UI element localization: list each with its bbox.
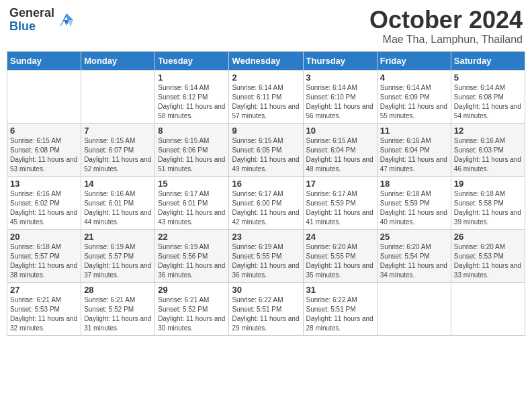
day-number: 5 (454, 73, 522, 83)
day-of-week-friday: Friday (377, 51, 451, 70)
day-number: 20 (10, 232, 78, 242)
day-info: Sunrise: 6:19 AM Sunset: 5:57 PM Dayligh… (84, 242, 152, 280)
day-info: Sunrise: 6:15 AM Sunset: 6:05 PM Dayligh… (232, 136, 300, 174)
day-of-week-tuesday: Tuesday (155, 51, 229, 70)
day-number: 9 (232, 126, 300, 136)
day-number: 21 (84, 232, 152, 242)
calendar-cell: 14Sunrise: 6:16 AM Sunset: 6:01 PM Dayli… (81, 176, 155, 229)
day-number: 19 (454, 179, 522, 189)
day-info: Sunrise: 6:16 AM Sunset: 6:01 PM Dayligh… (84, 189, 152, 227)
day-number: 12 (454, 126, 522, 136)
calendar-cell: 31Sunrise: 6:22 AM Sunset: 5:51 PM Dayli… (303, 282, 377, 335)
calendar-cell (7, 70, 81, 123)
day-number: 16 (232, 179, 300, 189)
day-number: 15 (158, 179, 226, 189)
calendar-cell: 24Sunrise: 6:20 AM Sunset: 5:55 PM Dayli… (303, 229, 377, 282)
calendar-cell: 30Sunrise: 6:22 AM Sunset: 5:51 PM Dayli… (229, 282, 303, 335)
day-info: Sunrise: 6:14 AM Sunset: 6:08 PM Dayligh… (454, 83, 522, 121)
month-title: October 2024 (369, 7, 523, 34)
day-info: Sunrise: 6:19 AM Sunset: 5:56 PM Dayligh… (158, 242, 226, 280)
day-info: Sunrise: 6:22 AM Sunset: 5:51 PM Dayligh… (306, 295, 374, 333)
calendar-cell: 1Sunrise: 6:14 AM Sunset: 6:12 PM Daylig… (155, 70, 229, 123)
day-info: Sunrise: 6:15 AM Sunset: 6:06 PM Dayligh… (158, 136, 226, 174)
day-info: Sunrise: 6:21 AM Sunset: 5:53 PM Dayligh… (10, 295, 78, 333)
calendar-cell: 26Sunrise: 6:20 AM Sunset: 5:53 PM Dayli… (451, 229, 525, 282)
day-number: 3 (306, 73, 374, 83)
calendar-week-3: 13Sunrise: 6:16 AM Sunset: 6:02 PM Dayli… (7, 176, 525, 229)
day-number: 4 (380, 73, 448, 83)
calendar-cell: 20Sunrise: 6:18 AM Sunset: 5:57 PM Dayli… (7, 229, 81, 282)
calendar-cell: 8Sunrise: 6:15 AM Sunset: 6:06 PM Daylig… (155, 123, 229, 176)
calendar-cell: 5Sunrise: 6:14 AM Sunset: 6:08 PM Daylig… (451, 70, 525, 123)
day-info: Sunrise: 6:18 AM Sunset: 5:59 PM Dayligh… (380, 189, 448, 227)
calendar-week-5: 27Sunrise: 6:21 AM Sunset: 5:53 PM Dayli… (7, 282, 525, 335)
calendar-week-4: 20Sunrise: 6:18 AM Sunset: 5:57 PM Dayli… (7, 229, 525, 282)
day-info: Sunrise: 6:16 AM Sunset: 6:03 PM Dayligh… (454, 136, 522, 174)
day-info: Sunrise: 6:22 AM Sunset: 5:51 PM Dayligh… (232, 295, 300, 333)
day-info: Sunrise: 6:15 AM Sunset: 6:04 PM Dayligh… (306, 136, 374, 174)
logo-blue: Blue (9, 20, 54, 34)
calendar-cell: 6Sunrise: 6:15 AM Sunset: 6:08 PM Daylig… (7, 123, 81, 176)
calendar-table: SundayMondayTuesdayWednesdayThursdayFrid… (7, 51, 525, 336)
day-info: Sunrise: 6:16 AM Sunset: 6:02 PM Dayligh… (10, 189, 78, 227)
title-area: October 2024 Mae Tha, Lamphun, Thailand (369, 7, 523, 46)
calendar-body: 1Sunrise: 6:14 AM Sunset: 6:12 PM Daylig… (7, 70, 525, 335)
day-number: 31 (306, 285, 374, 295)
day-info: Sunrise: 6:17 AM Sunset: 6:01 PM Dayligh… (158, 189, 226, 227)
calendar-cell: 10Sunrise: 6:15 AM Sunset: 6:04 PM Dayli… (303, 123, 377, 176)
day-of-week-saturday: Saturday (451, 51, 525, 70)
day-number: 18 (380, 179, 448, 189)
day-info: Sunrise: 6:18 AM Sunset: 5:57 PM Dayligh… (10, 242, 78, 280)
day-number: 1 (158, 73, 226, 83)
calendar-cell: 21Sunrise: 6:19 AM Sunset: 5:57 PM Dayli… (81, 229, 155, 282)
day-number: 10 (306, 126, 374, 136)
calendar-cell (451, 282, 525, 335)
day-number: 14 (84, 179, 152, 189)
location: Mae Tha, Lamphun, Thailand (369, 34, 523, 46)
day-number: 6 (10, 126, 78, 136)
page-header: General Blue October 2024 Mae Tha, Lamph… (7, 7, 525, 46)
day-info: Sunrise: 6:19 AM Sunset: 5:55 PM Dayligh… (232, 242, 300, 280)
calendar-cell: 19Sunrise: 6:18 AM Sunset: 5:58 PM Dayli… (451, 176, 525, 229)
day-info: Sunrise: 6:18 AM Sunset: 5:58 PM Dayligh… (454, 189, 522, 227)
calendar-cell: 23Sunrise: 6:19 AM Sunset: 5:55 PM Dayli… (229, 229, 303, 282)
calendar-cell: 22Sunrise: 6:19 AM Sunset: 5:56 PM Dayli… (155, 229, 229, 282)
logo: General Blue (9, 7, 76, 34)
day-info: Sunrise: 6:14 AM Sunset: 6:11 PM Dayligh… (232, 83, 300, 121)
svg-marker-1 (66, 13, 73, 27)
day-info: Sunrise: 6:16 AM Sunset: 6:04 PM Dayligh… (380, 136, 448, 174)
day-number: 11 (380, 126, 448, 136)
day-info: Sunrise: 6:21 AM Sunset: 5:52 PM Dayligh… (84, 295, 152, 333)
day-of-week-wednesday: Wednesday (229, 51, 303, 70)
day-info: Sunrise: 6:14 AM Sunset: 6:09 PM Dayligh… (380, 83, 448, 121)
calendar-cell: 17Sunrise: 6:17 AM Sunset: 5:59 PM Dayli… (303, 176, 377, 229)
calendar-cell: 2Sunrise: 6:14 AM Sunset: 6:11 PM Daylig… (229, 70, 303, 123)
day-number: 25 (380, 232, 448, 242)
day-number: 17 (306, 179, 374, 189)
day-info: Sunrise: 6:15 AM Sunset: 6:08 PM Dayligh… (10, 136, 78, 174)
day-number: 2 (232, 73, 300, 83)
day-number: 30 (232, 285, 300, 295)
calendar-cell: 3Sunrise: 6:14 AM Sunset: 6:10 PM Daylig… (303, 70, 377, 123)
logo-general: General (9, 7, 54, 20)
day-info: Sunrise: 6:21 AM Sunset: 5:52 PM Dayligh… (158, 295, 226, 333)
logo-text: General Blue (9, 7, 54, 34)
calendar-week-2: 6Sunrise: 6:15 AM Sunset: 6:08 PM Daylig… (7, 123, 525, 176)
calendar-cell: 7Sunrise: 6:15 AM Sunset: 6:07 PM Daylig… (81, 123, 155, 176)
day-info: Sunrise: 6:20 AM Sunset: 5:54 PM Dayligh… (380, 242, 448, 280)
calendar-cell: 13Sunrise: 6:16 AM Sunset: 6:02 PM Dayli… (7, 176, 81, 229)
calendar-cell: 12Sunrise: 6:16 AM Sunset: 6:03 PM Dayli… (451, 123, 525, 176)
day-number: 28 (84, 285, 152, 295)
day-info: Sunrise: 6:17 AM Sunset: 6:00 PM Dayligh… (232, 189, 300, 227)
day-number: 26 (454, 232, 522, 242)
calendar-cell: 27Sunrise: 6:21 AM Sunset: 5:53 PM Dayli… (7, 282, 81, 335)
day-info: Sunrise: 6:20 AM Sunset: 5:55 PM Dayligh… (306, 242, 374, 280)
calendar-cell: 16Sunrise: 6:17 AM Sunset: 6:00 PM Dayli… (229, 176, 303, 229)
day-number: 22 (158, 232, 226, 242)
day-info: Sunrise: 6:15 AM Sunset: 6:07 PM Dayligh… (84, 136, 152, 174)
calendar-cell: 18Sunrise: 6:18 AM Sunset: 5:59 PM Dayli… (377, 176, 451, 229)
day-number: 23 (232, 232, 300, 242)
day-number: 13 (10, 179, 78, 189)
day-info: Sunrise: 6:17 AM Sunset: 5:59 PM Dayligh… (306, 189, 374, 227)
day-number: 8 (158, 126, 226, 136)
